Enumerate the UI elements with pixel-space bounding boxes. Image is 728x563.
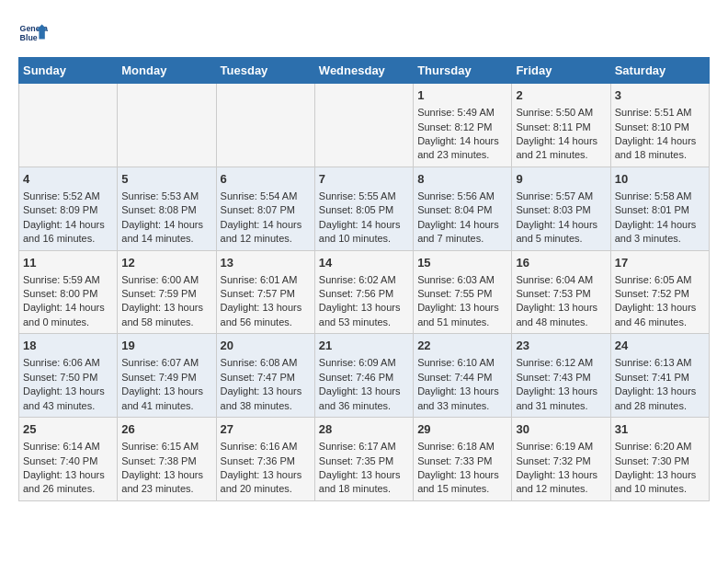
sunset-text: Sunset: 7:53 PM — [516, 287, 606, 301]
sunset-text: Sunset: 7:41 PM — [615, 371, 705, 385]
daylight-text: Daylight: 13 hours and 36 minutes. — [319, 385, 409, 413]
calendar-cell — [216, 84, 314, 167]
daylight-text: Daylight: 13 hours and 51 minutes. — [417, 301, 507, 329]
sunset-text: Sunset: 7:49 PM — [121, 371, 211, 385]
sunset-text: Sunset: 7:44 PM — [417, 371, 507, 385]
calendar-cell: 21Sunrise: 6:09 AMSunset: 7:46 PMDayligh… — [314, 334, 413, 418]
day-number: 25 — [23, 421, 113, 438]
sunset-text: Sunset: 8:07 PM — [221, 203, 311, 217]
page-header: General Blue — [18, 18, 710, 48]
daylight-text: Daylight: 13 hours and 58 minutes. — [121, 301, 211, 329]
day-number: 8 — [417, 171, 507, 188]
calendar-cell: 12Sunrise: 6:00 AMSunset: 7:59 PMDayligh… — [118, 250, 216, 334]
calendar-cell: 1Sunrise: 5:49 AMSunset: 8:12 PMDaylight… — [414, 84, 512, 167]
day-number: 6 — [221, 171, 311, 188]
calendar-cell: 3Sunrise: 5:51 AMSunset: 8:10 PMDaylight… — [610, 84, 709, 167]
calendar-cell — [19, 84, 118, 167]
sunrise-text: Sunrise: 5:53 AM — [121, 190, 211, 203]
day-number: 24 — [615, 338, 705, 354]
sunset-text: Sunset: 7:46 PM — [319, 371, 409, 385]
day-number: 28 — [319, 421, 409, 438]
sunrise-text: Sunrise: 6:13 AM — [615, 356, 705, 370]
calendar-cell: 14Sunrise: 6:02 AMSunset: 7:56 PMDayligh… — [314, 250, 413, 334]
sunset-text: Sunset: 7:43 PM — [516, 371, 606, 385]
day-number: 15 — [417, 255, 507, 271]
daylight-text: Daylight: 14 hours and 21 minutes. — [516, 134, 606, 163]
sunrise-text: Sunrise: 6:12 AM — [516, 356, 606, 370]
week-row-4: 18Sunrise: 6:06 AMSunset: 7:50 PMDayligh… — [19, 334, 710, 418]
calendar-cell: 10Sunrise: 5:58 AMSunset: 8:01 PMDayligh… — [610, 167, 709, 250]
calendar-cell: 4Sunrise: 5:52 AMSunset: 8:09 PMDaylight… — [19, 167, 118, 250]
day-number: 17 — [615, 255, 705, 271]
day-number: 26 — [121, 421, 211, 438]
sunrise-text: Sunrise: 6:00 AM — [121, 273, 211, 287]
sunset-text: Sunset: 8:11 PM — [516, 121, 606, 134]
sunrise-text: Sunrise: 6:17 AM — [319, 440, 409, 454]
sunrise-text: Sunrise: 6:07 AM — [121, 356, 211, 370]
svg-text:Blue: Blue — [20, 33, 38, 42]
day-number: 4 — [23, 171, 113, 188]
calendar-cell: 15Sunrise: 6:03 AMSunset: 7:55 PMDayligh… — [414, 250, 512, 334]
day-number: 2 — [516, 87, 606, 104]
sunset-text: Sunset: 7:33 PM — [417, 454, 507, 468]
calendar-cell: 5Sunrise: 5:53 AMSunset: 8:08 PMDaylight… — [118, 167, 216, 250]
day-number: 18 — [23, 338, 113, 354]
sunrise-text: Sunrise: 6:09 AM — [319, 356, 409, 370]
sunset-text: Sunset: 7:50 PM — [23, 371, 113, 385]
calendar-cell: 16Sunrise: 6:04 AMSunset: 7:53 PMDayligh… — [512, 250, 610, 334]
header-tuesday: Tuesday — [216, 58, 314, 84]
sunrise-text: Sunrise: 6:04 AM — [516, 273, 606, 287]
day-number: 9 — [516, 171, 606, 188]
sunrise-text: Sunrise: 5:51 AM — [615, 106, 705, 120]
calendar-cell: 25Sunrise: 6:14 AMSunset: 7:40 PMDayligh… — [19, 418, 118, 501]
sunrise-text: Sunrise: 6:03 AM — [417, 273, 507, 287]
header-thursday: Thursday — [414, 58, 512, 84]
daylight-text: Daylight: 13 hours and 38 minutes. — [221, 385, 311, 413]
daylight-text: Daylight: 13 hours and 28 minutes. — [615, 385, 705, 413]
sunset-text: Sunset: 7:55 PM — [417, 287, 507, 301]
calendar-cell: 2Sunrise: 5:50 AMSunset: 8:11 PMDaylight… — [512, 84, 610, 167]
sunrise-text: Sunrise: 6:06 AM — [23, 356, 113, 370]
daylight-text: Daylight: 13 hours and 20 minutes. — [221, 468, 311, 497]
day-number: 12 — [121, 255, 211, 271]
sunset-text: Sunset: 7:38 PM — [121, 454, 211, 468]
calendar-cell: 19Sunrise: 6:07 AMSunset: 7:49 PMDayligh… — [118, 334, 216, 418]
sunset-text: Sunset: 8:05 PM — [319, 203, 409, 217]
calendar-cell — [314, 84, 413, 167]
calendar-cell: 20Sunrise: 6:08 AMSunset: 7:47 PMDayligh… — [216, 334, 314, 418]
sunset-text: Sunset: 7:35 PM — [319, 454, 409, 468]
header-wednesday: Wednesday — [314, 58, 413, 84]
sunrise-text: Sunrise: 6:15 AM — [121, 440, 211, 454]
header-sunday: Sunday — [19, 58, 118, 84]
sunset-text: Sunset: 7:36 PM — [221, 454, 311, 468]
daylight-text: Daylight: 14 hours and 18 minutes. — [615, 134, 705, 163]
daylight-text: Daylight: 13 hours and 43 minutes. — [23, 385, 113, 413]
sunset-text: Sunset: 7:47 PM — [221, 371, 311, 385]
logo: General Blue — [18, 18, 48, 48]
calendar-cell: 18Sunrise: 6:06 AMSunset: 7:50 PMDayligh… — [19, 334, 118, 418]
daylight-text: Daylight: 13 hours and 53 minutes. — [319, 301, 409, 329]
calendar-cell: 8Sunrise: 5:56 AMSunset: 8:04 PMDaylight… — [414, 167, 512, 250]
sunset-text: Sunset: 7:52 PM — [615, 287, 705, 301]
day-number: 31 — [615, 421, 705, 438]
header-monday: Monday — [118, 58, 216, 84]
sunrise-text: Sunrise: 6:05 AM — [615, 273, 705, 287]
day-number: 20 — [221, 338, 311, 354]
daylight-text: Daylight: 13 hours and 46 minutes. — [615, 301, 705, 329]
calendar-cell: 6Sunrise: 5:54 AMSunset: 8:07 PMDaylight… — [216, 167, 314, 250]
header-friday: Friday — [512, 58, 610, 84]
daylight-text: Daylight: 13 hours and 15 minutes. — [417, 468, 507, 497]
calendar-cell: 26Sunrise: 6:15 AMSunset: 7:38 PMDayligh… — [118, 418, 216, 501]
day-number: 16 — [516, 255, 606, 271]
week-row-1: 1Sunrise: 5:49 AMSunset: 8:12 PMDaylight… — [19, 84, 710, 167]
day-number: 19 — [121, 338, 211, 354]
daylight-text: Daylight: 13 hours and 23 minutes. — [121, 468, 211, 497]
day-number: 7 — [319, 171, 409, 188]
daylight-text: Daylight: 14 hours and 3 minutes. — [615, 218, 705, 247]
sunrise-text: Sunrise: 5:58 AM — [615, 190, 705, 203]
daylight-text: Daylight: 14 hours and 10 minutes. — [319, 218, 409, 247]
daylight-text: Daylight: 13 hours and 10 minutes. — [615, 468, 705, 497]
daylight-text: Daylight: 13 hours and 56 minutes. — [221, 301, 311, 329]
daylight-text: Daylight: 13 hours and 31 minutes. — [516, 385, 606, 413]
day-number: 29 — [417, 421, 507, 438]
